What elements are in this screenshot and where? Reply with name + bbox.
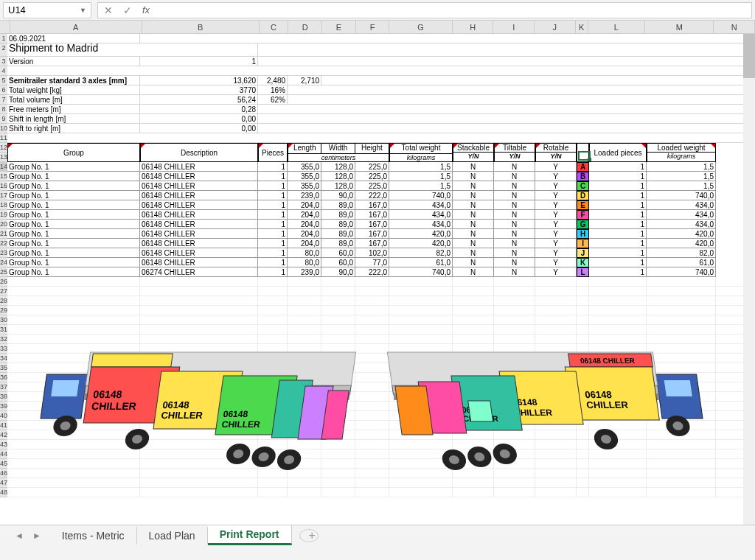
cells-area[interactable]: 06.09.2021 Shipment to Madrid Version1 S… [7,34,755,497]
row-header-36[interactable]: 36 [0,373,7,382]
table-row[interactable]: Group No. 1 06148 CHILLER 1 239,0 90,0 2… [7,191,755,200]
row-header-16[interactable]: 16 [0,181,7,191]
row-header-24[interactable]: 24 [0,258,7,267]
col-header-F[interactable]: F [356,21,390,33]
truck-image-right[interactable]: 06148 CHILLER 06148 CHILLER 06148 CHILLE… [386,345,726,492]
select-all-corner[interactable] [0,21,10,33]
row-header-13[interactable]: 13 [0,153,7,162]
col-header-D[interactable]: D [288,21,322,33]
col-header-K[interactable]: K [576,21,588,33]
table-row[interactable]: Group No. 1 06148 CHILLER 1 204,0 89,0 1… [7,220,755,229]
vertical-scrollbar[interactable] [743,34,755,525]
row-header-32[interactable]: 32 [0,335,7,344]
row-header-12[interactable]: 12 [0,143,7,153]
tab-items-metric[interactable]: Items - Metric [50,527,137,545]
row-header-8[interactable]: 8 [0,105,7,114]
row-header-35[interactable]: 35 [0,363,7,373]
row-header-10[interactable]: 10 [0,124,7,133]
table-row[interactable]: Group No. 1 06148 CHILLER 1 80,0 60,0 77… [7,258,755,267]
row-header-38[interactable]: 38 [0,392,7,402]
table-row[interactable]: Group No. 1 06148 CHILLER 1 355,0 128,0 … [7,162,755,172]
row-header-3[interactable]: 3 [0,57,7,66]
name-box[interactable]: U14 ▼ [3,2,91,18]
col-header-C[interactable]: C [260,21,289,33]
row-header-11[interactable]: 11 [0,133,7,143]
truck-image-left[interactable]: 06148 CHILLER 06148 CHILLER 06148 CHILLE… [18,345,357,492]
row-header-7[interactable]: 7 [0,95,7,105]
table-row[interactable]: Group No. 1 06148 CHILLER 1 204,0 89,0 1… [7,200,755,210]
col-header-J[interactable]: J [535,21,576,33]
svg-text:06148: 06148 [223,409,249,419]
row-header-1[interactable]: 1 [0,34,7,43]
row-header-15[interactable]: 15 [0,172,7,181]
col-header-E[interactable]: E [322,21,356,33]
row-header-41[interactable]: 41 [0,421,7,430]
table-row[interactable]: Group No. 1 06148 CHILLER 1 204,0 89,0 1… [7,239,755,248]
row-header-5[interactable]: 5 [0,76,7,85]
fx-icon[interactable]: fx [142,4,150,15]
row-header-27[interactable]: 27 [0,287,7,296]
col-header-A[interactable]: A [10,21,142,33]
row-header-30[interactable]: 30 [0,315,7,325]
row-header-34[interactable]: 34 [0,354,7,363]
row-header-22[interactable]: 22 [0,239,7,248]
row-header-47[interactable]: 47 [0,478,7,488]
row-header-31[interactable]: 31 [0,325,7,335]
version-label[interactable]: Version [7,57,140,66]
row-header-6[interactable]: 6 [0,85,7,95]
row-header-14[interactable]: 14 [0,162,7,172]
row-header-9[interactable]: 9 [0,114,7,124]
cell-reference: U14 [8,4,26,15]
row-header-46[interactable]: 46 [0,469,7,478]
tab-nav-arrows[interactable]: ◄ ► [6,531,50,541]
tab-prev-icon[interactable]: ◄ [15,531,24,541]
col-header-N[interactable]: N [714,21,755,33]
trailer-label[interactable]: Semitrailer standard 3 axles [mm] [7,76,140,85]
cancel-icon[interactable]: ✕ [104,4,113,16]
table-row[interactable]: Group No. 1 06274 CHILLER 1 239,0 90,0 2… [7,267,755,277]
table-row[interactable]: Group No. 1 06148 CHILLER 1 355,0 128,0 … [7,181,755,191]
tab-next-icon[interactable]: ► [32,531,41,541]
col-header-H[interactable]: H [453,21,494,33]
table-row[interactable]: Group No. 1 06148 CHILLER 1 204,0 89,0 1… [7,229,755,239]
table-row[interactable]: Group No. 1 06148 CHILLER 1 80,0 60,0 10… [7,248,755,258]
version-value[interactable]: 1 [140,57,258,66]
row-header-20[interactable]: 20 [0,220,7,229]
row-header-19[interactable]: 19 [0,210,7,220]
formula-input-area[interactable]: ✕ ✓ fx [97,2,752,18]
row-header-17[interactable]: 17 [0,191,7,200]
col-header-G[interactable]: G [389,21,452,33]
chevron-down-icon[interactable]: ▼ [80,7,86,14]
col-header-B[interactable]: B [142,21,260,33]
table-row[interactable]: Group No. 1 06148 CHILLER 1 204,0 89,0 1… [7,210,755,220]
row-header-21[interactable]: 21 [0,229,7,239]
row-header-26[interactable]: 26 [0,277,7,287]
accept-icon[interactable]: ✓ [123,4,132,16]
row-header-37[interactable]: 37 [0,382,7,392]
tab-print-report[interactable]: Print Report [208,525,292,545]
add-sheet-button[interactable]: + [299,529,319,542]
col-header-M[interactable]: M [645,21,714,33]
row-header-2[interactable]: 2 [0,43,7,57]
col-header-I[interactable]: I [493,21,535,33]
row-header-48[interactable]: 48 [0,488,7,497]
row-header-4[interactable]: 4 [0,66,7,76]
row-header-28[interactable]: 28 [0,296,7,306]
row-header-39[interactable]: 39 [0,402,7,411]
row-header-42[interactable]: 42 [0,430,7,440]
row-header-40[interactable]: 40 [0,411,7,421]
title-cell[interactable]: Shipment to Madrid [7,43,258,56]
row-header-33[interactable]: 33 [0,344,7,354]
date-cell[interactable]: 06.09.2021 [7,34,140,43]
row-header-25[interactable]: 25 [0,267,7,277]
table-row[interactable]: Group No. 1 06148 CHILLER 1 355,0 128,0 … [7,172,755,181]
tab-load-plan[interactable]: Load Plan [137,527,208,545]
row-header-23[interactable]: 23 [0,248,7,258]
row-header-43[interactable]: 43 [0,440,7,449]
row-header-18[interactable]: 18 [0,200,7,210]
svg-rect-45 [395,386,433,435]
row-header-44[interactable]: 44 [0,449,7,459]
col-header-L[interactable]: L [588,21,645,33]
row-header-29[interactable]: 29 [0,306,7,315]
row-header-45[interactable]: 45 [0,459,7,469]
